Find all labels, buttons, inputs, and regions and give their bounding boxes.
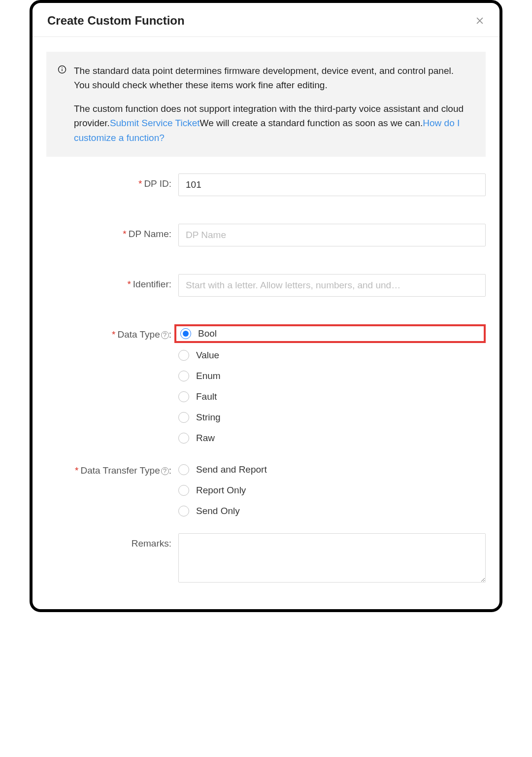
radio-circle-icon bbox=[178, 412, 189, 423]
submit-ticket-link[interactable]: Submit Service Ticket bbox=[110, 118, 200, 128]
info-icon bbox=[57, 65, 67, 74]
radio-label: Raw bbox=[196, 433, 215, 444]
form-row-data-transfer: *Data Transfer Type?: Send and Report Re… bbox=[46, 460, 486, 516]
radio-data-type-value[interactable]: Value bbox=[178, 350, 486, 361]
dp-id-label: *DP ID: bbox=[46, 173, 178, 189]
info-paragraph-2: The custom function does not support int… bbox=[74, 102, 471, 145]
identifier-label: *Identifier: bbox=[46, 274, 178, 290]
radio-transfer-report-only[interactable]: Report Only bbox=[178, 485, 486, 496]
radio-label: Fault bbox=[196, 391, 217, 402]
data-type-radio-group: Bool Value Enum Fault bbox=[178, 324, 486, 444]
radio-transfer-send-report[interactable]: Send and Report bbox=[178, 464, 486, 475]
radio-label: Send and Report bbox=[196, 464, 267, 475]
modal-title: Create Custom Function bbox=[47, 14, 185, 28]
dp-name-input[interactable] bbox=[178, 224, 486, 246]
create-custom-function-modal: Create Custom Function The standard data… bbox=[30, 0, 502, 612]
radio-label: Bool bbox=[198, 328, 217, 339]
radio-data-type-fault[interactable]: Fault bbox=[178, 391, 486, 402]
radio-label: Value bbox=[196, 350, 219, 361]
help-icon[interactable]: ? bbox=[161, 331, 169, 339]
radio-data-type-string[interactable]: String bbox=[178, 412, 486, 423]
form-row-identifier: *Identifier: bbox=[46, 274, 486, 297]
data-transfer-label: *Data Transfer Type?: bbox=[46, 460, 178, 476]
radio-circle-icon bbox=[178, 485, 189, 496]
identifier-input[interactable] bbox=[178, 274, 486, 297]
info-paragraph-1: The standard data point determines firmw… bbox=[74, 64, 471, 93]
svg-point-4 bbox=[62, 68, 63, 69]
radio-circle-icon bbox=[178, 391, 189, 402]
remarks-textarea[interactable] bbox=[178, 533, 486, 583]
form-row-dp-id: *DP ID: bbox=[46, 173, 486, 196]
radio-circle-icon bbox=[178, 371, 189, 381]
info-box: The standard data point determines firmw… bbox=[46, 52, 486, 157]
radio-circle-icon bbox=[178, 433, 189, 444]
form-row-dp-name: *DP Name: bbox=[46, 224, 486, 246]
dp-name-label: *DP Name: bbox=[46, 224, 178, 240]
radio-data-type-bool[interactable]: Bool bbox=[178, 328, 217, 339]
radio-data-type-raw[interactable]: Raw bbox=[178, 433, 486, 444]
radio-label: Enum bbox=[196, 371, 221, 381]
form-row-remarks: Remarks: bbox=[46, 533, 486, 585]
form-row-data-type: *Data Type?: Bool Value bbox=[46, 324, 486, 444]
modal-header: Create Custom Function bbox=[33, 3, 499, 37]
info-text-2b: We will create a standard function as so… bbox=[200, 118, 423, 128]
radio-circle-icon bbox=[178, 464, 189, 475]
data-transfer-radio-group: Send and Report Report Only Send Only bbox=[178, 460, 486, 516]
radio-circle-icon bbox=[178, 506, 189, 516]
radio-data-type-enum[interactable]: Enum bbox=[178, 371, 486, 381]
dp-id-input[interactable] bbox=[178, 173, 486, 196]
info-text: The standard data point determines firmw… bbox=[74, 64, 471, 145]
radio-label: Send Only bbox=[196, 506, 240, 516]
highlight-box: Bool bbox=[174, 324, 486, 343]
help-icon[interactable]: ? bbox=[161, 467, 169, 475]
radio-circle-icon bbox=[178, 350, 189, 361]
radio-label: String bbox=[196, 412, 221, 423]
radio-circle-icon bbox=[180, 328, 191, 339]
modal-body: The standard data point determines firmw… bbox=[33, 37, 499, 609]
remarks-label: Remarks: bbox=[46, 533, 178, 549]
data-type-label: *Data Type?: bbox=[46, 324, 178, 340]
radio-label: Report Only bbox=[196, 485, 246, 496]
close-icon[interactable] bbox=[475, 16, 485, 26]
radio-transfer-send-only[interactable]: Send Only bbox=[178, 506, 486, 516]
